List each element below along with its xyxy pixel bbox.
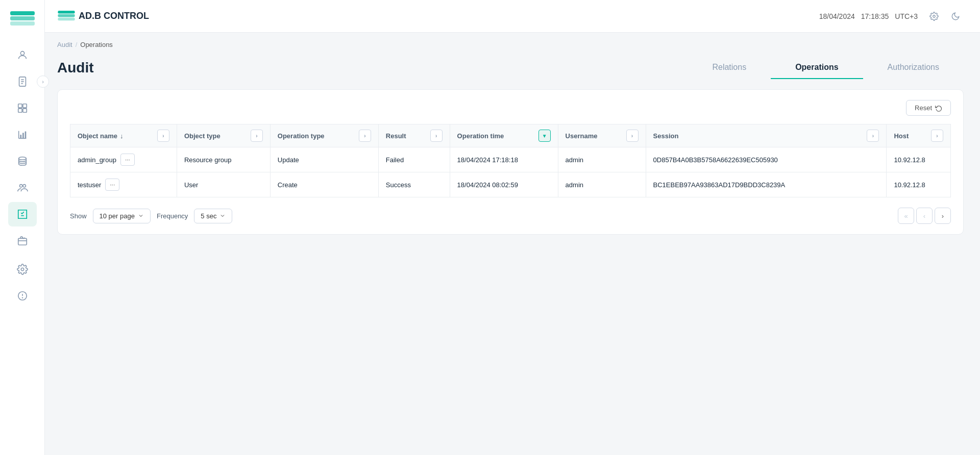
svg-rect-1	[10, 16, 35, 20]
page-title: Audit	[57, 60, 94, 76]
topbar-right: 18/04/2024 17:18:35 UTC+3	[819, 8, 964, 24]
svg-rect-11	[22, 109, 26, 112]
cell-host-0: 10.92.12.8	[887, 147, 951, 172]
cell-object-name-0: admin_group ···	[70, 147, 177, 172]
app-name: AD.B CONTROL	[79, 11, 149, 21]
col-arrow-operation-time[interactable]: ▼	[538, 130, 551, 142]
svg-rect-10	[18, 109, 21, 112]
sidebar-item-info[interactable]	[8, 284, 37, 308]
tabs: Relations Operations Authorizations	[688, 57, 964, 79]
sidebar-item-people[interactable]	[8, 175, 37, 200]
col-object-type: Object type ›	[177, 124, 270, 147]
sidebar-item-jobs[interactable]	[8, 229, 37, 253]
svg-rect-28	[58, 14, 75, 17]
svg-rect-15	[22, 133, 24, 138]
frequency-value: 5 sec	[201, 212, 216, 220]
topbar-date: 18/04/2024	[819, 12, 855, 20]
frequency-label: Frequency	[157, 212, 188, 220]
svg-rect-8	[18, 104, 21, 108]
cell-object-type-1: User	[177, 172, 270, 197]
logo	[9, 8, 36, 29]
audit-table: Object name ↓ › Object type	[70, 124, 951, 197]
svg-point-30	[933, 15, 936, 17]
svg-point-3	[20, 52, 24, 55]
svg-rect-27	[58, 10, 75, 13]
page-header: Audit Relations Operations Authorization…	[57, 57, 964, 79]
table-row: admin_group ··· Resource group Update Fa…	[70, 147, 951, 172]
col-arrow-object-type[interactable]: ›	[251, 130, 263, 142]
col-username: Username ›	[558, 124, 646, 147]
cell-operation-time-1: 18/04/2024 08:02:59	[450, 172, 558, 197]
svg-rect-29	[58, 17, 75, 20]
sidebar-item-dashboard[interactable]	[8, 96, 37, 120]
col-arrow-session[interactable]: ›	[867, 130, 879, 142]
col-arrow-username[interactable]: ›	[626, 130, 639, 142]
row-menu-btn-1[interactable]: ···	[105, 179, 119, 191]
topbar: AD.B CONTROL 18/04/2024 17:18:35 UTC+3	[45, 0, 980, 33]
svg-rect-21	[18, 238, 27, 245]
table-header-row: Object name ↓ › Object type	[70, 124, 951, 147]
cell-object-type-0: Resource group	[177, 147, 270, 172]
svg-point-19	[22, 185, 25, 188]
sidebar-item-chart[interactable]	[8, 122, 37, 147]
row-menu-btn-0[interactable]: ···	[120, 154, 135, 166]
table-body: admin_group ··· Resource group Update Fa…	[70, 147, 951, 197]
app-logo: AD.B CONTROL	[57, 9, 149, 23]
col-operation-time: Operation time ▼	[450, 124, 558, 147]
svg-rect-2	[10, 21, 35, 26]
pagination-bar: Show 10 per page Frequency 5 sec « ‹ ›	[70, 208, 951, 224]
col-result: Result ›	[378, 124, 450, 147]
sidebar-item-audit[interactable]	[8, 202, 37, 226]
show-label: Show	[70, 212, 87, 220]
reset-button[interactable]: Reset	[906, 100, 951, 116]
tab-operations[interactable]: Operations	[771, 57, 863, 79]
reset-label: Reset	[915, 104, 932, 112]
cell-object-name-1: testuser ···	[70, 172, 177, 197]
sidebar	[0, 0, 45, 455]
svg-point-23	[21, 268, 24, 271]
first-page-btn[interactable]: «	[898, 208, 914, 224]
breadcrumb-separator: /	[76, 41, 78, 48]
svg-point-18	[19, 185, 22, 188]
table-card: Reset Object name ↓ ›	[57, 89, 964, 235]
cell-username-0: admin	[558, 147, 646, 172]
frequency-select[interactable]: 5 sec	[194, 209, 232, 223]
cell-operation-time-0: 18/04/2024 17:18:18	[450, 147, 558, 172]
pagination-left: Show 10 per page Frequency 5 sec	[70, 209, 232, 223]
sidebar-collapse-button[interactable]: ›	[37, 75, 49, 88]
prev-page-btn[interactable]: ‹	[916, 208, 933, 224]
next-page-btn[interactable]: ›	[935, 208, 951, 224]
sort-icon-object-name: ↓	[120, 132, 124, 140]
per-page-select[interactable]: 10 per page	[93, 209, 151, 223]
svg-point-17	[18, 157, 26, 160]
col-arrow-object-name[interactable]: ›	[157, 130, 169, 142]
sidebar-item-document[interactable]	[8, 69, 37, 94]
settings-icon-btn[interactable]	[926, 8, 942, 24]
cell-operation-type-1: Create	[270, 172, 378, 197]
tab-authorizations[interactable]: Authorizations	[863, 57, 964, 79]
col-arrow-host[interactable]: ›	[931, 130, 943, 142]
breadcrumb-parent[interactable]: Audit	[57, 41, 72, 48]
cell-host-1: 10.92.12.8	[887, 172, 951, 197]
sidebar-item-settings[interactable]	[8, 257, 37, 282]
table-row: testuser ··· User Create Success 18/04/2…	[70, 172, 951, 197]
col-session: Session ›	[646, 124, 887, 147]
tab-relations[interactable]: Relations	[688, 57, 771, 79]
svg-rect-14	[20, 135, 21, 138]
sidebar-item-database[interactable]	[8, 149, 37, 173]
cell-result-1: Success	[378, 172, 450, 197]
svg-rect-16	[24, 132, 26, 139]
theme-toggle-btn[interactable]	[947, 8, 964, 24]
cell-operation-type-0: Update	[270, 147, 378, 172]
svg-rect-9	[22, 104, 26, 108]
cell-session-0: 0D857B4A0B3B5758A6622639EC505930	[646, 147, 887, 172]
svg-rect-0	[10, 11, 35, 15]
col-arrow-operation-type[interactable]: ›	[359, 130, 371, 142]
sidebar-item-user[interactable]	[8, 43, 37, 67]
col-object-name: Object name ↓ ›	[70, 124, 177, 147]
cell-result-0: Failed	[378, 147, 450, 172]
cell-username-1: admin	[558, 172, 646, 197]
col-arrow-result[interactable]: ›	[430, 130, 443, 142]
col-host: Host ›	[887, 124, 951, 147]
topbar-timezone: UTC+3	[895, 12, 918, 20]
